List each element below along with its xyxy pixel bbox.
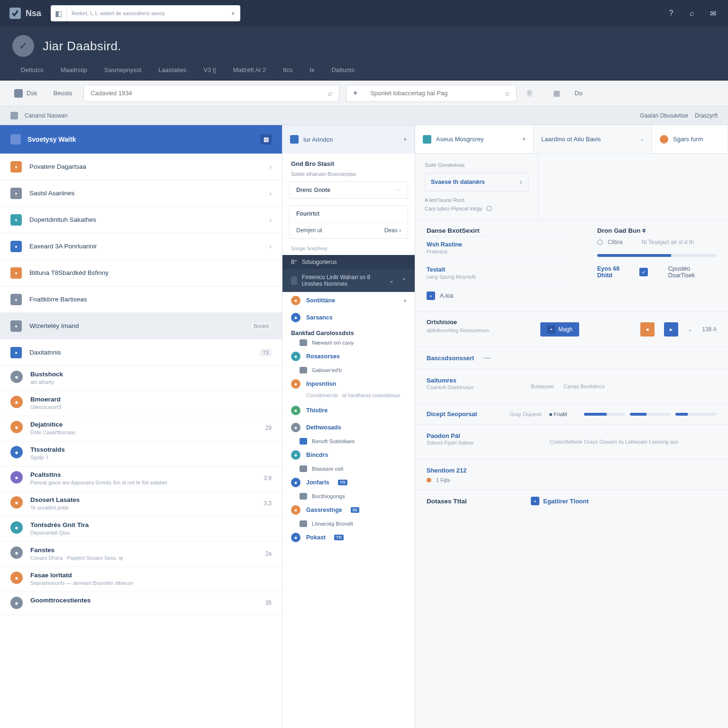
- topnav-item[interactable]: Dettutcs: [12, 61, 52, 80]
- global-topbar: Nsa ◧ Redort, L.1. wáterl de sanocdirers…: [0, 0, 728, 27]
- cat-item[interactable]: ●Rosasorses: [282, 348, 415, 365]
- user-icon: ▪: [427, 291, 435, 300]
- item-count: 3:9: [264, 475, 272, 482]
- sidebar-list-item[interactable]: ●Fasae loritatdSeprartearonts — deveant …: [0, 567, 282, 592]
- checkbox-icon[interactable]: ✓: [639, 268, 647, 276]
- cat-item[interactable]: ●PokastTR: [282, 529, 415, 546]
- nav-icon: ▪: [10, 161, 22, 173]
- dark-section-2[interactable]: Fintenico Linllr Wahari sn 8 Unishes Nor…: [282, 269, 415, 292]
- cat-line[interactable]: Blasaare osti: [282, 464, 415, 474]
- sidebar-nav-item[interactable]: ▪Wizerteléy ImandBontrit: [0, 313, 282, 339]
- cat-item[interactable]: ●Gassrestnge86: [282, 501, 415, 519]
- radio-icon[interactable]: [597, 239, 603, 245]
- primary-button[interactable]: ▪Magh: [540, 322, 579, 337]
- tab-detail-1[interactable]: Aseus Mosgrsrey▾: [415, 125, 534, 153]
- topnav-item[interactable]: Ix: [301, 61, 323, 80]
- card-key: Demjen ut: [296, 227, 322, 234]
- chevron-up-icon[interactable]: ⌃: [401, 277, 406, 284]
- cat-item[interactable]: ●Sarsancs: [282, 309, 415, 326]
- field-key: Bascsdsonssert: [427, 355, 474, 362]
- cat-item[interactable]: ●Inposntisn: [282, 375, 415, 392]
- toolbar: Dsk Beosts ⌕ ✦ ⌕ ⎘ ▦ Do: [0, 81, 728, 106]
- section-heading: Gnd Bro Stasit: [282, 154, 415, 171]
- tray-icon[interactable]: ⎘: [523, 87, 537, 100]
- grid-icon[interactable]: ▦: [550, 87, 563, 100]
- topnav-item[interactable]: Itcs: [274, 61, 301, 80]
- dots-icon[interactable]: ⋯: [395, 187, 401, 193]
- aside-card[interactable]: Svaese th datanèrs ›: [425, 173, 528, 191]
- field-key: Paodon Pál: [427, 432, 460, 439]
- cat-icon: ●: [291, 296, 300, 305]
- subbar-link-1[interactable]: Gaalari Dbusavtise: [640, 112, 688, 119]
- play-button[interactable]: ▸: [664, 322, 678, 337]
- radio-empty-icon[interactable]: [486, 206, 492, 211]
- field-key: Ortshisioe: [427, 318, 531, 326]
- messages-icon[interactable]: ✉: [707, 8, 719, 19]
- tab-detail-2[interactable]: Laardino ot Atiu Bavis⌄: [534, 125, 652, 153]
- sidebar-nav-item[interactable]: ▪Bittuna T8Sbardkéd Bsfinny: [0, 260, 282, 286]
- context-switcher[interactable]: ◧ Redort, L.1. wáterl de sanocdirers sav…: [51, 5, 240, 21]
- sidebar-nav-item[interactable]: ▪DaxitatnnisT3: [0, 339, 282, 366]
- cat-item[interactable]: ●Thistíre: [282, 402, 415, 419]
- search-primary[interactable]: ⌕: [83, 85, 339, 102]
- cat-icon: ●: [291, 406, 300, 415]
- line-icon: [300, 438, 307, 445]
- sidebar-list-item[interactable]: ●Goomttrocestientes35: [0, 592, 282, 615]
- topnav-item[interactable]: Laastaties: [150, 61, 195, 80]
- cat-line[interactable]: Gatiowr'ed'tı: [282, 365, 415, 375]
- tab-detail-3[interactable]: Sgars furm: [652, 125, 728, 153]
- cat-item[interactable]: ●Dethwosads: [282, 419, 415, 436]
- cat-line[interactable]: Næwanl om cavy: [282, 337, 415, 348]
- help-icon[interactable]: ?: [665, 8, 677, 19]
- sidebar-list-item[interactable]: ●BmoerardGlérszcamrt3: [0, 391, 282, 416]
- sidebar-nav-item[interactable]: ▪Dopertdinttuh Sakathes›: [0, 207, 282, 233]
- sidebar-nav-item[interactable]: ▪Fnattkbrre Bartiseas: [0, 286, 282, 313]
- cat-line[interactable]: Benoft Suteldiaes: [282, 436, 415, 446]
- magnifier-icon[interactable]: ⌕: [499, 89, 516, 98]
- sidebar-list-item[interactable]: ●Tontsdrés Gnit TiraDepansHalt Qios: [0, 517, 282, 542]
- search-input[interactable]: [84, 90, 322, 97]
- cat-item[interactable]: ●JonfarlsTR: [282, 474, 415, 491]
- cat-pill: 86: [351, 507, 359, 513]
- status-dot-icon: [427, 478, 431, 482]
- sidebar-head-action[interactable]: ▤: [260, 134, 272, 145]
- topnav-item[interactable]: Mattréft Al 2: [225, 61, 274, 80]
- chevron-down-icon[interactable]: ⌄: [389, 277, 394, 284]
- sidebar-list-item[interactable]: ●PcaltsttnsPanoat giace are Appousirs Gr…: [0, 466, 282, 491]
- toolbar-pill-2[interactable]: Beosts: [48, 87, 77, 100]
- subbar-link-2[interactable]: Draszyrft: [695, 112, 718, 119]
- card-heading: Fourirtct: [296, 210, 319, 217]
- field-key: Dicept Seoporsat: [427, 410, 502, 418]
- action-button[interactable]: ●: [640, 322, 655, 337]
- cat-item[interactable]: ●Sontittáne▾: [282, 292, 415, 309]
- sidebar-list-item[interactable]: ●DejatniticeDote Casarttusraas29: [0, 416, 282, 441]
- sidebar-nav-item[interactable]: ▪Eaxeard 3A Ponrluarinir›: [0, 233, 282, 260]
- sidebar-nav-item[interactable]: ▪Povatere Dagartsaa›: [0, 154, 282, 180]
- sidebar-list-item[interactable]: ●Dsosert LasatesTe soradint potte3.3: [0, 491, 282, 517]
- field-key: Dotases Tttal: [427, 498, 531, 505]
- card-link[interactable]: Deas ›: [384, 227, 401, 234]
- topnav-item[interactable]: Dattunts: [323, 61, 363, 80]
- topnav-item[interactable]: Sasmepnysst: [96, 61, 150, 80]
- toolbar-pill-1[interactable]: Dsk: [9, 86, 42, 100]
- search-icon[interactable]: ⌕: [686, 8, 698, 19]
- line-icon: [300, 465, 307, 472]
- field-key: Testalt: [427, 266, 512, 273]
- cat-line[interactable]: Lbnaroiig Brondit: [282, 519, 415, 529]
- sidebar-list-item[interactable]: ●TtssotraldsSgstp· ř: [0, 441, 282, 466]
- sidebar-list-item[interactable]: ●Bustshockakl alharty: [0, 366, 282, 391]
- field-key: A.loa: [440, 292, 454, 299]
- tab-center-1[interactable]: ïur Arindcn ▾: [282, 125, 415, 154]
- sidebar-nav-item[interactable]: ▪Sastsl Asariines›: [0, 180, 282, 207]
- sidebar-heading[interactable]: Svoetysy Waitk ▤: [0, 125, 282, 154]
- cat-item[interactable]: ●Bincdrs: [282, 446, 415, 464]
- search-secondary[interactable]: ✦ ⌕: [346, 85, 517, 102]
- nav-icon: ▪: [10, 267, 22, 279]
- sidebar-list-item[interactable]: ●FanstesConars Dhsra · Papptnt Sesare Se…: [0, 542, 282, 567]
- magnifier-icon[interactable]: ⌕: [322, 89, 339, 98]
- topnav-item[interactable]: V3 ||: [195, 61, 224, 80]
- search-input-2[interactable]: [364, 90, 499, 97]
- cat-line[interactable]: Bocthiogongs: [282, 491, 415, 501]
- topnav-item[interactable]: Maaitrstip: [52, 61, 96, 80]
- tag-icon: ▪: [547, 325, 555, 334]
